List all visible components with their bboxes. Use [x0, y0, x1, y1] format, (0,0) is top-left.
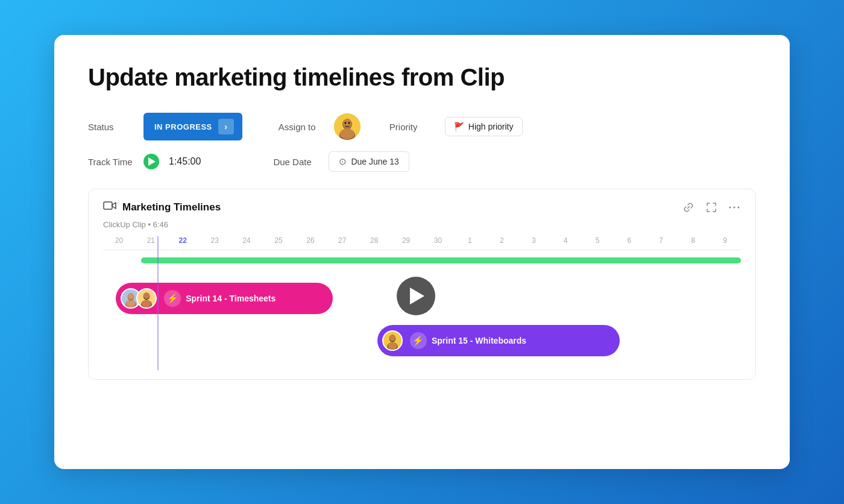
timeline-sprints: ⚡ Sprint 14 - Timesheets — [103, 271, 741, 367]
clock-icon: ⊙ — [339, 156, 347, 167]
status-chevron: › — [218, 119, 234, 134]
track-time-label: Track Time — [88, 157, 136, 167]
today-line — [157, 236, 159, 370]
date-cell-28: 28 — [358, 236, 390, 245]
timeline-green-bar-row — [103, 257, 741, 265]
meta-row-1: Status IN PROGRESS › Assign to — [88, 113, 756, 140]
date-cell-20: 20 — [103, 236, 135, 245]
date-cell-3: 3 — [518, 236, 550, 245]
clip-title: Marketing Timelines — [122, 201, 221, 213]
main-card: Update marketing timelines from Clip Sta… — [54, 35, 790, 469]
sprint-15-avatars — [382, 330, 403, 351]
svg-point-19 — [143, 292, 150, 299]
svg-point-8 — [729, 206, 731, 208]
sprint-14-avatar-2 — [136, 288, 157, 309]
page-title: Update marketing timelines from Clip — [88, 64, 756, 91]
sprint-15-label: Sprint 15 - Whiteboards — [432, 336, 526, 345]
date-cell-1: 1 — [454, 236, 486, 245]
date-cell-26: 26 — [294, 236, 326, 245]
video-play-button[interactable] — [397, 277, 435, 315]
date-cell-22: 22 — [167, 236, 199, 245]
date-cell-5: 5 — [582, 236, 614, 245]
svg-point-15 — [126, 300, 136, 307]
clip-link-button[interactable] — [682, 201, 695, 214]
date-cell-4: 4 — [550, 236, 582, 245]
timeline-dates: 2021222324252627282930123456789 — [103, 236, 741, 250]
status-item: Status IN PROGRESS › — [88, 113, 242, 140]
svg-point-5 — [344, 122, 346, 124]
sprint-14-bar[interactable]: ⚡ Sprint 14 - Timesheets — [116, 283, 333, 314]
date-cell-6: 6 — [614, 236, 646, 245]
status-label: Status — [88, 122, 136, 132]
svg-rect-7 — [104, 202, 112, 209]
priority-item: Priority 🚩 High priority — [389, 117, 523, 136]
date-cell-23: 23 — [199, 236, 231, 245]
svg-point-24 — [389, 335, 395, 341]
sprint-14-lightning-icon: ⚡ — [164, 290, 181, 307]
svg-point-20 — [142, 300, 151, 307]
sprint-15-bar[interactable]: ⚡ Sprint 15 - Whiteboards — [377, 325, 620, 356]
priority-button[interactable]: 🚩 High priority — [445, 117, 523, 136]
date-cell-25: 25 — [263, 236, 295, 245]
date-cell-9: 9 — [709, 236, 741, 245]
svg-point-14 — [128, 293, 134, 300]
date-cell-29: 29 — [390, 236, 422, 245]
clip-actions — [682, 201, 741, 214]
date-cell-24: 24 — [231, 236, 263, 245]
due-date-item: Due Date ⊙ Due June 13 — [273, 151, 409, 172]
priority-value: High priority — [468, 122, 514, 131]
priority-flag-icon: 🚩 — [454, 122, 464, 131]
priority-label: Priority — [389, 122, 438, 132]
clip-more-button[interactable] — [728, 205, 741, 210]
date-cell-27: 27 — [326, 236, 358, 245]
play-circle-icon[interactable] — [143, 154, 159, 169]
timeline-area: 2021222324252627282930123456789 — [89, 236, 755, 379]
date-cell-30: 30 — [422, 236, 454, 245]
assign-label: Assign to — [279, 122, 327, 132]
clip-title-row: Marketing Timelines — [103, 200, 221, 214]
due-date-button[interactable]: ⊙ Due June 13 — [329, 151, 409, 172]
due-date-label: Due Date — [273, 157, 321, 167]
sprint-14-label: Sprint 14 - Timesheets — [186, 294, 276, 303]
status-value: IN PROGRESS — [154, 122, 212, 131]
track-time-value: 1:45:00 — [169, 156, 201, 167]
play-triangle-shape — [148, 157, 156, 166]
svg-point-9 — [734, 206, 735, 208]
track-time-item: Track Time 1:45:00 — [88, 154, 201, 169]
clip-camera-icon — [103, 200, 116, 214]
clip-container: Marketing Timelines — [88, 189, 756, 380]
clip-header: Marketing Timelines — [89, 189, 755, 220]
assign-item: Assign to — [279, 113, 361, 140]
svg-point-10 — [738, 206, 740, 208]
timeline-green-bar — [141, 257, 741, 263]
play-tri-large — [410, 288, 424, 304]
due-date-value: Due June 13 — [351, 157, 398, 166]
clip-fullscreen-button[interactable] — [705, 201, 718, 214]
sprint-15-avatar-1 — [382, 330, 403, 351]
date-cell-2: 2 — [486, 236, 518, 245]
clip-subtitle: ClickUp Clip • 6:46 — [89, 220, 755, 236]
date-cell-21: 21 — [135, 236, 167, 245]
status-button[interactable]: IN PROGRESS › — [143, 113, 242, 140]
meta-row-2: Track Time 1:45:00 Due Date ⊙ Due June 1… — [88, 151, 756, 172]
date-cell-7: 7 — [645, 236, 677, 245]
svg-point-25 — [388, 342, 397, 350]
sprint-15-lightning-icon: ⚡ — [410, 332, 427, 349]
date-cell-8: 8 — [677, 236, 709, 245]
svg-point-6 — [348, 122, 350, 124]
sprint-14-avatars — [121, 288, 157, 309]
assignee-avatar[interactable] — [334, 113, 361, 140]
svg-point-4 — [340, 128, 354, 139]
